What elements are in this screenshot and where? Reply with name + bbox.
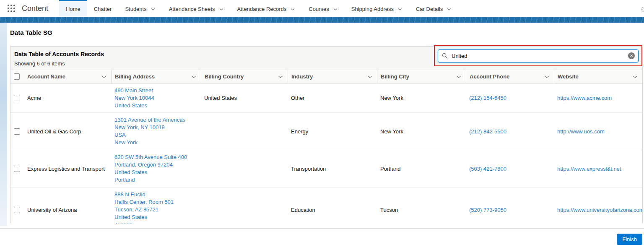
search-icon: [441, 52, 448, 59]
cell-account-name: United Oil & Gas Corp.: [24, 128, 111, 135]
cell-billing-address[interactable]: 620 SW 5th Avenue Suite 400 Portland, Or…: [111, 150, 201, 187]
cell-billing-city: Portland: [377, 166, 466, 172]
chevron-down-icon: [151, 7, 156, 12]
row-select-cell: [10, 95, 24, 101]
cell-billing-city: New York: [377, 128, 466, 135]
cell-website-link[interactable]: https://www.expressl&t.net: [557, 166, 621, 172]
cell-account-phone-link[interactable]: (520) 773-9050: [469, 207, 506, 213]
chevron-down-icon: [219, 7, 224, 12]
table-header-row: Account Name Billing Address Billing Cou…: [10, 70, 642, 83]
cell-account-name: Acme: [24, 95, 111, 101]
cell-billing-address[interactable]: 490 Main Street New York 10044 United St…: [111, 83, 201, 113]
table-body: Acme 490 Main Street New York 10044 Unit…: [10, 83, 642, 224]
cell-website-link[interactable]: http://www.uos.com: [557, 128, 605, 135]
cell-billing-city: New York: [377, 95, 466, 101]
search-input[interactable]: [438, 49, 639, 62]
clear-search-icon[interactable]: ✕: [628, 52, 635, 59]
row-select-cell: [10, 207, 24, 213]
column-header-account-name[interactable]: Account Name: [24, 70, 111, 83]
tab-students[interactable]: Students: [118, 0, 162, 17]
tab-label: Attendance Sheets: [169, 6, 215, 12]
cell-industry: Transportation: [288, 166, 377, 172]
row-checkbox[interactable]: [14, 166, 20, 172]
flow-footer: Finish: [0, 228, 644, 250]
tab-label: Shipping Address: [351, 6, 394, 12]
chevron-down-icon: [333, 7, 338, 12]
cell-billing-address[interactable]: 1301 Avenue of the Americas New York, NY…: [111, 113, 201, 150]
tab-courses[interactable]: Courses: [302, 0, 344, 17]
chevron-down-icon[interactable]: [101, 74, 107, 80]
tab-label: Chatter: [94, 6, 112, 12]
select-all-cell: [10, 70, 24, 83]
app-name: Content: [22, 4, 48, 13]
cell-account-phone-link[interactable]: (212) 154-6450: [469, 95, 506, 101]
finish-button[interactable]: Finish: [617, 234, 642, 245]
tab-chatter[interactable]: Chatter: [87, 0, 119, 17]
column-header-billing-country[interactable]: Billing Country: [201, 70, 288, 83]
tab-label: Attendance Records: [237, 6, 287, 12]
tab-attendance-sheets[interactable]: Attendance Sheets: [162, 0, 231, 17]
select-all-checkbox[interactable]: [14, 73, 20, 80]
tab-car-details[interactable]: Car Details: [409, 0, 458, 17]
cell-billing-country: United States: [201, 95, 288, 101]
nav-edit-icon[interactable]: [641, 7, 644, 12]
tab-label: Courses: [309, 6, 329, 12]
cell-industry: Other: [288, 95, 377, 101]
tab-home[interactable]: Home: [59, 0, 87, 17]
cell-website-link[interactable]: https://www.universityofarizona.com: [557, 207, 642, 213]
table-row: United Oil & Gas Corp. 1301 Avenue of th…: [10, 113, 642, 150]
cell-account-name: Express Logistics and Transport: [24, 166, 111, 172]
column-header-website[interactable]: Website: [554, 70, 642, 83]
tab-shipping-address[interactable]: Shipping Address: [345, 0, 409, 17]
row-checkbox[interactable]: [14, 128, 20, 135]
chevron-down-icon[interactable]: [544, 74, 550, 80]
cell-account-name: University of Arizona: [24, 207, 111, 213]
row-select-cell: [10, 128, 24, 135]
column-header-industry[interactable]: Industry: [288, 70, 377, 83]
cell-billing-city: Tucson: [377, 207, 466, 213]
column-header-account-phone[interactable]: Account Phone: [466, 70, 554, 83]
chevron-down-icon[interactable]: [191, 74, 197, 80]
chevron-down-icon: [397, 7, 402, 12]
brand-band: [0, 17, 644, 23]
chevron-down-icon[interactable]: [278, 74, 283, 80]
row-checkbox[interactable]: [14, 207, 20, 213]
nav-tabs: Home Chatter Students Attendance Sheets …: [59, 0, 458, 17]
cell-industry: Education: [288, 207, 377, 213]
annotation-highlight-box: ✕: [434, 45, 642, 66]
cell-website-link[interactable]: https://www.acme.com: [557, 95, 612, 101]
row-checkbox[interactable]: [14, 95, 20, 101]
cell-billing-address[interactable]: 888 N Euclid Hallis Center, Room 501 Tuc…: [111, 188, 201, 224]
app-launcher-icon[interactable]: [8, 5, 15, 12]
accounts-datatable-card: Data Table of Accounts Records Showing 6…: [10, 46, 643, 224]
chevron-down-icon[interactable]: [456, 74, 462, 80]
table-row: University of Arizona 888 N Euclid Halli…: [10, 188, 642, 224]
search-box: ✕: [438, 49, 639, 62]
row-select-cell: [10, 166, 24, 172]
cell-account-phone-link[interactable]: (503) 421-7800: [469, 166, 506, 172]
chevron-down-icon: [447, 7, 452, 12]
chevron-down-icon: [290, 7, 295, 12]
table-row: Express Logistics and Transport 620 SW 5…: [10, 150, 642, 188]
cell-account-phone-link[interactable]: (212) 842-5500: [469, 128, 506, 135]
global-navigation: Content Home Chatter Students Attendance…: [0, 0, 644, 17]
page-title: Data Table SG: [0, 23, 644, 46]
chevron-down-icon[interactable]: [367, 74, 373, 80]
accounts-table: Account Name Billing Address Billing Cou…: [10, 70, 642, 224]
column-header-billing-address[interactable]: Billing Address: [111, 70, 201, 83]
tab-attendance-records[interactable]: Attendance Records: [231, 0, 302, 17]
column-header-billing-city[interactable]: Billing City: [377, 70, 466, 83]
table-row: Acme 490 Main Street New York 10044 Unit…: [10, 83, 642, 113]
tab-label: Home: [66, 6, 80, 12]
cell-industry: Energy: [288, 128, 377, 135]
tab-label: Students: [125, 6, 146, 12]
background-decoration: [0, 23, 7, 226]
chevron-down-icon[interactable]: [632, 74, 638, 80]
tab-label: Car Details: [416, 6, 443, 12]
